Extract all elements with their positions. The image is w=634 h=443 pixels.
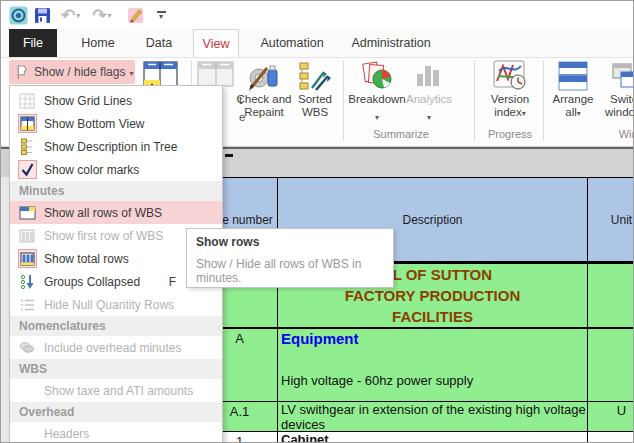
menu-item-show-grid-lines[interactable]: Show Grid Lines <box>10 89 222 112</box>
menu-item-show-bottom-view[interactable]: Show Bottom View <box>10 112 222 135</box>
section-subtitle: High voltage - 60hz power supply <box>278 373 587 388</box>
wbs-table: Line number Description Unit VAL OF SUTT… <box>201 177 634 443</box>
tab-data[interactable]: Data <box>139 29 179 57</box>
total-rows-icon <box>18 249 37 268</box>
null-rows-icon <box>10 298 44 312</box>
table-row: A.1 LV swithgear in extension of the exi… <box>201 402 634 432</box>
flag-icon <box>14 64 29 80</box>
arrange-all-icon <box>557 59 589 93</box>
tab-file[interactable]: File <box>9 29 57 57</box>
breakdown-icon <box>360 59 394 93</box>
app-window: ↶▾ ↷▾ ▾ File Home Data View Automation A… <box>0 0 634 443</box>
overhead-coins-icon <box>10 341 44 354</box>
menu-section-wbs: WBS <box>10 359 222 379</box>
version-index-button[interactable]: Version index <box>481 59 539 120</box>
analytics-button[interactable]: Analytics <box>405 59 453 124</box>
row-unit[interactable] <box>588 329 634 402</box>
bottom-view-icon <box>18 114 37 133</box>
grid-lines-icon <box>10 93 44 109</box>
arrange-all-button[interactable]: Arrange all <box>547 59 599 120</box>
row-description[interactable]: Equipment High voltage - 60hz power supp… <box>278 329 588 402</box>
title-unit-cell[interactable] <box>588 262 634 329</box>
dropdown-arrow-icon <box>427 106 431 124</box>
tab-home[interactable]: Home <box>75 29 121 57</box>
row-unit[interactable] <box>588 432 634 443</box>
analytics-icon <box>414 59 444 93</box>
quick-access-toolbar: ↶▾ ↷▾ ▾ <box>1 1 633 29</box>
tooltip-title: Show rows <box>196 235 393 249</box>
row-description[interactable]: Cabinet <box>278 432 588 443</box>
row-description[interactable]: LV swithgear in extension of the existin… <box>278 402 588 432</box>
menu-item-show-all-rows-of-wbs[interactable]: Show all rows of WBS <box>10 201 222 224</box>
tab-view-selected[interactable]: View <box>193 29 239 57</box>
ribbon-separator <box>343 61 344 141</box>
section-title-equipment: Equipment <box>278 329 587 347</box>
table-row: 1 Cabinet <box>201 432 634 443</box>
check-icon <box>18 160 37 179</box>
menu-item-show-taxe-and-ati-amounts[interactable]: Show taxe and ATI amounts <box>10 379 222 402</box>
tab-automation[interactable]: Automation <box>253 29 331 57</box>
breakdown-button[interactable]: Breakdown <box>349 59 405 124</box>
dropdown-arrow-icon <box>375 106 379 124</box>
table-row: A Equipment High voltage - 60hz power su… <box>201 329 634 402</box>
tooltip-show-rows: Show rows Show / Hide all rows of WBS in… <box>186 228 394 288</box>
dropdown-arrow-icon <box>577 106 581 118</box>
annotate-pencil-icon[interactable] <box>126 4 145 26</box>
menu-item-include-overhead-minutes[interactable]: Include overhead minutes <box>10 336 222 359</box>
menu-section-minutes: Minutes <box>10 181 222 201</box>
tree-icon <box>10 138 44 155</box>
dropdown-arrow-icon <box>522 106 526 118</box>
row-unit[interactable]: U <box>588 402 634 432</box>
tooltip-body: Show / Hide all rows of WBS in minutes. <box>196 257 393 285</box>
tab-administration[interactable]: Administration <box>345 29 437 57</box>
save-icon[interactable] <box>34 4 51 26</box>
flags-button-label: Show / hide flags <box>34 65 125 79</box>
first-row-icon <box>10 229 44 243</box>
show-hide-flags-button[interactable]: Show / hide flags <box>9 60 135 84</box>
group-label-summarize: Summarize <box>349 128 453 140</box>
redo-icon[interactable]: ↷▾ <box>92 4 111 26</box>
menu-section-overhead: Overhead <box>10 402 222 422</box>
ribbon-separator <box>543 61 544 141</box>
switch-windows-button[interactable]: Switch windows <box>601 59 634 119</box>
ribbon-tab-bar: File Home Data View Automation Administr… <box>1 29 633 58</box>
sorted-wbs-button[interactable]: Sorted WBS <box>293 59 337 119</box>
check-and-repaint-button[interactable]: Check and Repaint <box>235 59 293 119</box>
ribbon-separator <box>474 61 475 141</box>
gear-brush-icon <box>247 59 281 93</box>
collapse-marker-icon[interactable] <box>225 154 233 157</box>
menu-item-hide-null-quantity-rows[interactable]: Hide Null Quantity Rows <box>10 293 222 316</box>
dropdown-arrow-icon <box>129 65 133 79</box>
customize-toolbar-icon[interactable]: ▾ <box>157 4 166 26</box>
header-unit[interactable]: Unit <box>588 177 634 262</box>
menu-item-show-description-in-tree[interactable]: Show Description in Tree <box>10 135 222 158</box>
sorted-wbs-icon <box>298 59 332 93</box>
version-index-icon <box>492 59 528 93</box>
menu-item-headers[interactable]: Headers <box>10 422 222 443</box>
undo-icon[interactable]: ↶▾ <box>61 4 80 26</box>
group-label-progress: Progress <box>481 128 539 140</box>
group-label-windows: Windows <box>601 128 634 140</box>
menu-item-show-color-marks[interactable]: Show color marks <box>10 158 222 181</box>
groups-collapsed-icon <box>10 274 44 290</box>
app-logo-icon[interactable] <box>9 4 28 26</box>
all-rows-icon <box>10 206 44 220</box>
menu-section-nomenclatures: Nomenclatures <box>10 316 222 336</box>
switch-windows-icon <box>611 59 634 93</box>
menu-shortcut: F <box>169 275 176 289</box>
